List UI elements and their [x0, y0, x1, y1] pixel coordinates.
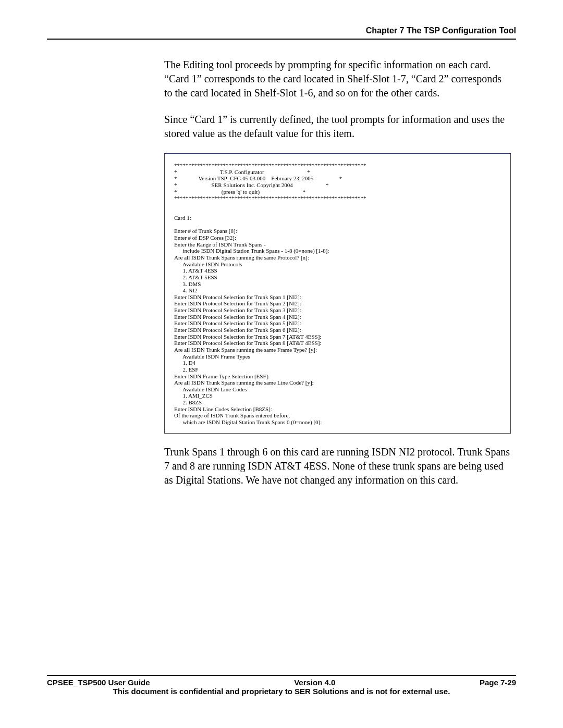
chapter-header: Chapter 7 The TSP Configuration Tool	[47, 26, 516, 40]
terminal-output-box: ****************************************…	[164, 153, 511, 434]
paragraph-2: Since “Card 1” is currently defined, the…	[164, 113, 511, 141]
terminal-output-text: ****************************************…	[174, 162, 501, 426]
footer-right: Page 7-29	[480, 678, 516, 687]
footer-confidential: This document is confidential and propri…	[47, 687, 516, 696]
page-footer: CPSEE_TSP500 User Guide Version 4.0 Page…	[47, 675, 516, 696]
footer-left: CPSEE_TSP500 User Guide	[47, 678, 150, 687]
body-content: The Editing tool proceeds by prompting f…	[164, 58, 511, 487]
paragraph-3: Trunk Spans 1 through 6 on this card are…	[164, 445, 511, 487]
paragraph-1: The Editing tool proceeds by prompting f…	[164, 58, 511, 100]
footer-center: Version 4.0	[294, 678, 335, 687]
